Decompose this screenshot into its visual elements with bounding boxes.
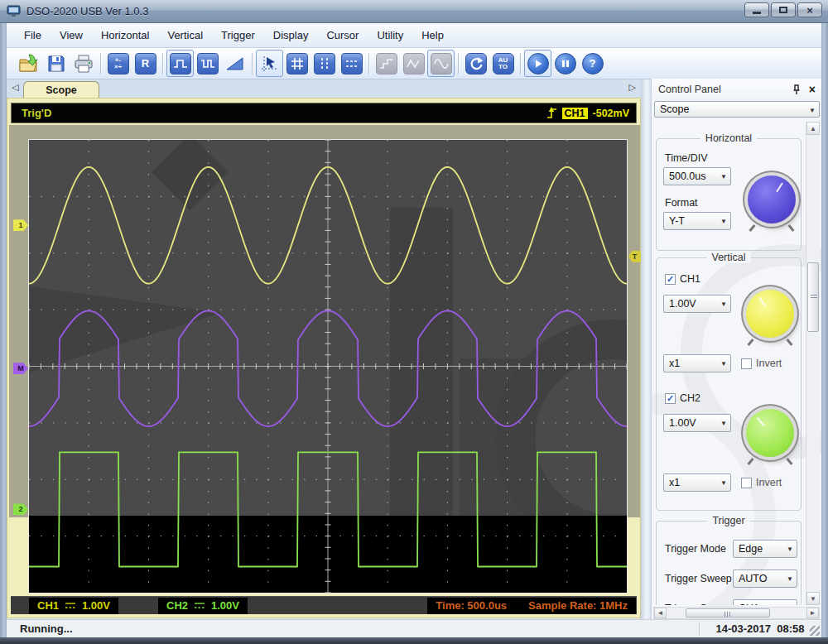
menu-item-cursor[interactable]: Cursor [317,26,368,45]
window-border-left [0,23,7,637]
scroll-down-icon[interactable]: ▼ [806,592,820,605]
ch2-scale-value: 1.00V [211,599,239,612]
start-button[interactable] [524,50,551,77]
ch2-position-knob[interactable] [746,409,794,457]
time-per-div-readout: Time: 500.0us [436,599,507,612]
dc-coupling-icon [65,602,76,609]
time-div-label: Time/DIV [665,152,708,164]
resize-grip[interactable] [810,626,820,636]
menu-item-horizontal[interactable]: Horizontal [92,26,159,45]
trigger-mode-select[interactable]: Edge ▼ [733,540,797,558]
sine-interpolation-button [427,50,455,77]
print-button[interactable] [70,50,97,77]
maximize-button[interactable] [771,2,796,17]
ch1-position-knob[interactable] [746,290,794,338]
ch2-probe-select[interactable]: x1 ▼ [663,473,731,492]
timebase-readout: Time: 500.0us Sample Rate: 1MHz [427,598,636,614]
menu-item-help[interactable]: Help [412,26,453,45]
ch1-probe-value: x1 [669,358,680,369]
menu-item-view[interactable]: View [51,26,92,45]
pulse-negative-button[interactable] [194,50,221,77]
ch1-scale-select[interactable]: 1.00V ▼ [663,295,731,313]
status-message: Running... [20,622,73,635]
thumb-grip [724,612,731,617]
vertical-group: Vertical ✓ CH1 1.00V ▼ x1 ▼ Invert [656,257,802,511]
panel-close-icon[interactable]: × [809,84,816,94]
menu-item-file[interactable]: File [15,26,51,45]
dc-coupling-icon [194,602,205,609]
math-operations-button[interactable]: +- ×÷ [104,50,132,77]
trigger-mode-value: Edge [739,543,763,555]
panel-mode-select[interactable]: Scope ▼ [654,101,820,118]
pulse-positive-button[interactable] [166,50,194,77]
title-bar[interactable]: DSO-2020 USB Ver 1.0.3 × [0,0,828,23]
ch1-invert-row: Invert [741,358,782,369]
cursor-track-icon [261,55,279,72]
trigger-sweep-select[interactable]: AUTO ▼ [733,570,797,588]
panel-mode-value: Scope [660,103,689,115]
open-folder-icon [18,54,40,74]
reference-button[interactable]: R [132,50,159,77]
toolbar-separator [100,53,101,74]
minimize-button[interactable] [744,2,769,17]
ch2-enable-row: ✓ CH2 [665,392,700,404]
ch2-probe-value: x1 [669,477,680,488]
chevron-down-icon: ▼ [809,107,816,114]
help-button[interactable]: ? [579,50,606,77]
save-button[interactable] [42,50,70,77]
ch1-enable-checkbox[interactable]: ✓ [665,274,676,285]
tab-scope[interactable]: Scope [23,81,99,98]
chevron-down-icon: ▼ [787,545,793,553]
format-select[interactable]: Y-T ▼ [663,212,731,230]
vertical-cursors-button[interactable] [310,50,338,77]
ch2-scale-select[interactable]: 1.00V ▼ [663,414,731,432]
scroll-left-icon[interactable]: ◄ [654,608,667,618]
pin-icon[interactable] [792,84,801,95]
tab-scroll-left-icon[interactable]: ◁ [12,82,18,93]
control-panel-header[interactable]: Control Panel × [652,79,821,100]
ch1-probe-select[interactable]: x1 ▼ [663,354,731,372]
ramp-button[interactable] [221,50,248,77]
pause-button[interactable] [551,50,579,77]
refresh-button[interactable] [462,50,489,77]
panel-horizontal-scrollbar[interactable]: ◄ ► [653,607,820,619]
control-panel-title: Control Panel [658,84,721,95]
save-floppy-icon [47,55,65,73]
ch2-checkbox-label: CH2 [680,392,700,404]
ch2-enable-checkbox[interactable]: ✓ [665,393,676,404]
scroll-up-icon[interactable]: ▲ [806,122,820,135]
time-div-select[interactable]: 500.0us ▼ [663,167,731,185]
scope-status-bar: Trig'D CH1 -502mV [11,103,637,123]
ch2-invert-checkbox[interactable] [741,478,752,488]
tab-scroll-right-icon[interactable]: ▷ [629,82,636,93]
vertical-scroll-thumb[interactable] [807,262,819,332]
scroll-right-icon[interactable]: ► [806,608,819,618]
auto-setup-button[interactable]: AU TO [489,50,517,77]
open-button[interactable] [15,50,42,77]
horizontal-cursors-button[interactable] [338,50,365,77]
horizontal-position-knob[interactable] [748,175,796,223]
panel-splitter[interactable] [641,79,651,619]
pulse-negative-icon [197,53,219,74]
step-interpolation-button [373,50,400,77]
trigger-level-readout: -502mV [593,108,629,119]
ramp-icon [226,56,244,71]
trigger-source-badge: CH1 [562,108,588,119]
menu-item-display[interactable]: Display [264,26,318,45]
panel-vertical-scrollbar[interactable]: ▲ ▼ [806,122,820,605]
horizontal-scroll-thumb[interactable] [686,608,770,618]
chevron-down-icon: ▼ [720,360,727,368]
trigger-readout: CH1 -502mV [546,106,630,120]
auto-setup-icon: AU TO [493,53,514,74]
close-button[interactable]: × [797,2,822,17]
chevron-down-icon: ▼ [787,575,793,583]
ch1-invert-checkbox[interactable] [741,358,752,369]
trigger-source-label: Trigger Source [665,603,733,605]
trigger-source-select[interactable]: CH1 ▼ [733,599,797,605]
menu-item-utility[interactable]: Utility [368,26,412,45]
menu-item-vertical[interactable]: Vertical [158,26,212,45]
cursor-track-button[interactable] [256,50,283,77]
menu-item-trigger[interactable]: Trigger [212,26,264,45]
vertical-cursors-icon [314,53,335,74]
grid-display-button[interactable] [283,50,310,77]
